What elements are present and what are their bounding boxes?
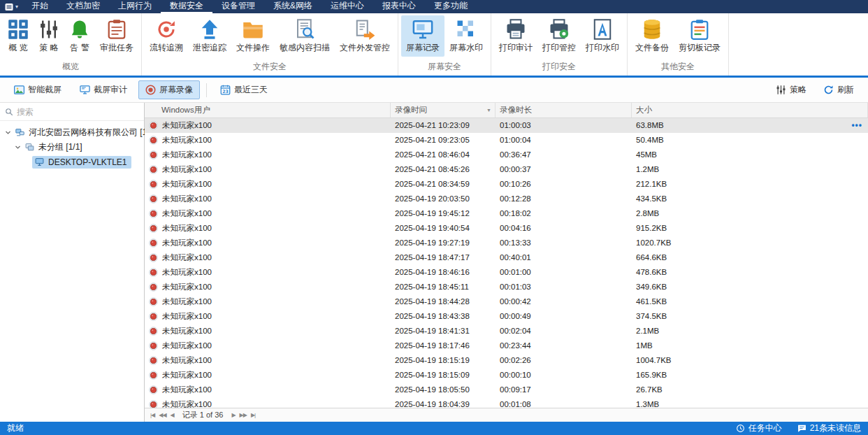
filter-dropdown-icon[interactable]: ▼ <box>486 108 491 113</box>
menu-tab-report-center[interactable]: 报表中心 <box>373 0 425 13</box>
chevron-down-icon[interactable] <box>13 144 22 150</box>
ribbon-group: 概 览策 略告 警审批任务概览 <box>0 13 142 76</box>
record-dot-icon <box>145 85 156 95</box>
messages-button[interactable]: 21条未读信息 <box>797 422 861 434</box>
menu-tab-device-mgmt[interactable]: 设备管理 <box>212 0 264 13</box>
search-box <box>0 103 144 121</box>
table-row[interactable]: 未知玩家x1002025-04-21 10:23:0901:00:0363.8M… <box>145 118 868 133</box>
last-page-button[interactable]: ▶| <box>249 412 257 418</box>
ribbon-item-screen-recording[interactable]: 屏幕记录 <box>401 15 444 57</box>
tree-item-desktop-vlktle1[interactable]: DESKTOP-VLKTLE1 <box>0 155 144 169</box>
grid-header: Windows用户录像时间▼录像时长大小 <box>145 103 868 118</box>
table-row[interactable]: 未知玩家x1002025-04-19 18:43:3800:00:49374.5… <box>145 309 868 324</box>
rec-icon <box>149 385 158 394</box>
menu-tab-more-features[interactable]: 更多功能 <box>425 0 477 13</box>
last-three-days-button[interactable]: 23最近三天 <box>213 80 275 99</box>
table-row[interactable]: 未知玩家x1002025-04-19 18:04:3900:01:081.3MB <box>145 397 868 408</box>
ribbon-item-policy[interactable]: 策 略 <box>34 15 64 57</box>
column-header[interactable]: Windows用户 <box>145 103 391 117</box>
table-row[interactable]: 未知玩家x1002025-04-19 18:15:0900:00:10165.9… <box>145 368 868 383</box>
cell-windows-user: 未知玩家x100 <box>162 265 212 280</box>
menu-tab-system-network[interactable]: 系统&网络 <box>264 0 321 13</box>
ribbon-item-clipboard-record[interactable]: 剪切板记录 <box>674 15 725 57</box>
menu-tab-doc-encryption[interactable]: 文档加密 <box>57 0 109 13</box>
ribbon-item-print-watermark[interactable]: 打印水印 <box>581 15 624 57</box>
tree-item-ungrouped[interactable]: 未分组 [1/1] <box>0 140 144 155</box>
table-row[interactable]: 未知玩家x1002025-04-19 18:46:1600:01:00478.6… <box>145 265 868 280</box>
chevron-down-icon[interactable] <box>3 129 13 136</box>
content-area: 河北安固云网络科技有限公司 [1/1]未分组 [1/1]DESKTOP-VLKT… <box>0 103 868 422</box>
ribbon-item-sensitive-content-scan[interactable]: 敏感内容扫描 <box>275 15 335 57</box>
ribbon-item-approval-tasks[interactable]: 审批任务 <box>95 15 138 57</box>
search-input[interactable] <box>17 107 139 117</box>
table-row[interactable]: 未知玩家x1002025-04-19 19:27:1900:13:331020.… <box>145 236 868 250</box>
tree-item-company-root[interactable]: 河北安固云网络科技有限公司 [1/1] <box>0 125 144 140</box>
ribbon-group: 流转追溯泄密追踪文件操作敏感内容扫描文件外发管控文件安全 <box>142 13 398 76</box>
cell-record-time: 2025-04-21 08:45:26 <box>391 162 496 177</box>
cell-record-time: 2025-04-19 18:46:16 <box>391 265 496 280</box>
ribbon-item-label: 文件备份 <box>635 42 669 54</box>
cell-windows-user: 未知玩家x100 <box>162 353 212 368</box>
cell-windows-user: 未知玩家x100 <box>162 383 212 397</box>
pagination-label: 记录 1 of 36 <box>182 410 224 420</box>
fast-forward-button[interactable]: ▶▶ <box>238 412 249 418</box>
cell-size: 165.9KB <box>636 368 667 383</box>
rec-icon <box>149 150 158 159</box>
ribbon-item-flow-trace[interactable]: 流转追溯 <box>145 15 188 57</box>
task-center-button[interactable]: 任务中心 <box>736 422 782 434</box>
first-page-button[interactable]: |◀ <box>148 412 157 418</box>
column-header[interactable]: 录像时长 <box>496 103 632 117</box>
menu-tab-ops-center[interactable]: 运维中心 <box>321 0 373 13</box>
sliders-icon <box>38 19 59 40</box>
cell-duration: 00:13:33 <box>496 236 632 250</box>
rec-icon <box>149 297 158 306</box>
column-header[interactable]: 录像时间▼ <box>391 103 496 117</box>
table-row[interactable]: 未知玩家x1002025-04-19 18:45:1100:01:03349.6… <box>145 280 868 294</box>
table-row[interactable]: 未知玩家x1002025-04-19 18:15:1900:02:261004.… <box>145 353 868 368</box>
ribbon-item-overview[interactable]: 概 览 <box>3 15 34 57</box>
cell-record-time: 2025-04-19 18:44:28 <box>391 294 496 309</box>
next-page-button[interactable]: ▶ <box>229 412 237 418</box>
table-row[interactable]: 未知玩家x1002025-04-21 08:46:0400:36:4745MB <box>145 148 868 162</box>
menu-tab-web-behavior[interactable]: 上网行为 <box>109 0 161 13</box>
app-menu-button[interactable]: ▾ <box>0 0 22 13</box>
ribbon-group-caption: 概览 <box>0 59 141 76</box>
cell-record-time: 2025-04-19 18:43:38 <box>391 309 496 324</box>
table-row[interactable]: 未知玩家x1002025-04-21 08:34:5900:10:26212.1… <box>145 177 868 192</box>
table-row[interactable]: 未知玩家x1002025-04-19 18:17:4600:23:441MB <box>145 338 868 353</box>
row-actions-button[interactable]: ••• <box>851 118 862 133</box>
cell-duration: 00:02:04 <box>496 324 632 338</box>
ribbon-group-caption: 其他安全 <box>628 59 728 76</box>
table-row[interactable]: 未知玩家x1002025-04-19 20:03:5000:12:28434.5… <box>145 192 868 206</box>
ribbon-item-file-backup[interactable]: 文件备份 <box>630 15 674 57</box>
table-row[interactable]: 未知玩家x1002025-04-21 08:45:2600:00:371.2MB <box>145 162 868 177</box>
table-row[interactable]: 未知玩家x1002025-04-19 18:41:3100:02:042.1MB <box>145 324 868 338</box>
screen-video-button[interactable]: 屏幕录像 <box>138 80 200 99</box>
smart-capture-button[interactable]: 智能截屏 <box>7 80 68 99</box>
policy-button[interactable]: 策略 <box>769 80 813 99</box>
ribbon-item-file-operations[interactable]: 文件操作 <box>231 15 275 57</box>
ribbon-item-print-control[interactable]: 打印管控 <box>537 15 581 57</box>
cell-size: 664.6KB <box>636 250 667 265</box>
capture-audit-button[interactable]: 截屏审计 <box>73 80 134 99</box>
table-row[interactable]: 未知玩家x1002025-04-19 18:47:1700:40:01664.6… <box>145 250 868 265</box>
ribbon-item-print-audit[interactable]: 打印审计 <box>494 15 537 57</box>
table-row[interactable]: 未知玩家x1002025-04-19 18:05:5000:09:1726.7K… <box>145 383 868 397</box>
table-row[interactable]: 未知玩家x1002025-04-19 19:40:5400:04:16915.2… <box>145 221 868 236</box>
column-header[interactable]: 大小 <box>632 103 868 117</box>
menu-tab-start[interactable]: 开始 <box>22 0 57 13</box>
menu-tab-data-security[interactable]: 数据安全 <box>161 0 212 13</box>
ribbon-item-alerts[interactable]: 告 警 <box>64 15 95 57</box>
cell-windows-user: 未知玩家x100 <box>162 294 212 309</box>
fast-back-button[interactable]: ◀◀ <box>157 412 168 418</box>
table-row[interactable]: 未知玩家x1002025-04-19 18:44:2800:00:42461.5… <box>145 294 868 309</box>
database-icon <box>642 19 663 40</box>
ribbon-item-leak-trace[interactable]: 泄密追踪 <box>188 15 231 57</box>
refresh-button[interactable]: 刷新 <box>816 80 861 99</box>
button-label: 最近三天 <box>234 84 268 96</box>
ribbon-item-screen-watermark[interactable]: 屏幕水印 <box>444 15 488 57</box>
ribbon-item-file-outgoing-control[interactable]: 文件外发管控 <box>335 15 395 57</box>
table-row[interactable]: 未知玩家x1002025-04-21 09:23:0501:00:0450.4M… <box>145 133 868 148</box>
table-row[interactable]: 未知玩家x1002025-04-19 19:45:1200:18:022.8MB <box>145 206 868 221</box>
prev-page-button[interactable]: ◀ <box>168 412 176 418</box>
